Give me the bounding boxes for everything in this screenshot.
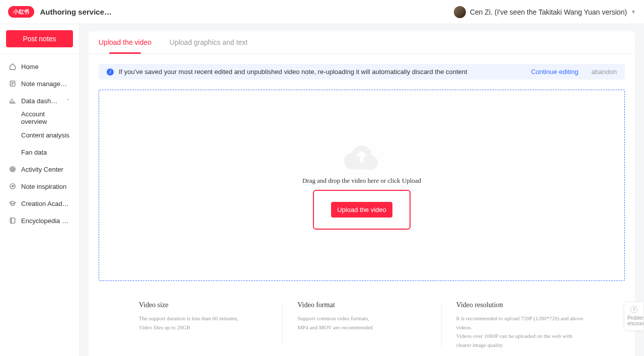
info-title: Video format	[297, 301, 426, 309]
chart-icon	[9, 97, 16, 104]
upload-video-button[interactable]: Upload the video	[331, 202, 392, 218]
main-area: Upload the video Upload graphics and tex…	[79, 24, 644, 356]
info-col-resolution: Video resolution It is recommended to up…	[446, 301, 595, 349]
post-button-wrap: Post notes	[0, 24, 79, 53]
sidebar-separator	[0, 53, 79, 54]
svg-rect-5	[10, 218, 15, 224]
upload-button-highlight: Upload the video	[313, 190, 411, 230]
sidebar-subitem-fan-data[interactable]: Fan data	[0, 144, 79, 161]
avatar	[454, 6, 466, 18]
info-line: The support duration is less than 60 min…	[139, 314, 267, 323]
info-line: MP4 and MOV are recommended	[297, 323, 426, 332]
help-float-button[interactable]: ? Problems encountered	[624, 302, 644, 331]
book-icon	[9, 217, 16, 224]
info-title: Video size	[139, 301, 267, 309]
sidebar-item-note-management[interactable]: Note management	[0, 75, 79, 92]
sidebar-item-label: Content analysis	[21, 131, 69, 139]
sidebar-item-label: Encyclopedia of c…	[21, 217, 70, 225]
alert-wrap: i If you've saved your most recent edite…	[89, 54, 635, 90]
dropzone-hint: Drag and drop the video here or click Up…	[302, 177, 421, 185]
upload-dropzone[interactable]: Drag and drop the video here or click Up…	[99, 90, 625, 281]
sidebar-item-label: Home	[21, 63, 70, 70]
help-float-line: encountered	[627, 321, 640, 326]
sidebar-item-home[interactable]: Home	[0, 58, 79, 75]
info-line: Video files up to 20GB	[139, 323, 267, 332]
sidebar-item-note-inspiration[interactable]: Note inspiration	[0, 178, 79, 195]
info-icon: i	[107, 68, 114, 76]
home-icon	[9, 63, 16, 70]
compass-icon	[9, 183, 16, 190]
sidebar: Post notes Home Note management Data das…	[0, 24, 79, 356]
content-panel: Upload the video Upload graphics and tex…	[89, 31, 635, 356]
app-title: Authoring service…	[40, 8, 112, 16]
sidebar-subitem-content-analysis[interactable]: Content analysis	[0, 126, 79, 144]
info-line: Support common video formats,	[297, 314, 426, 323]
tab-upload-video[interactable]: Upload the video	[99, 38, 151, 53]
info-columns: Video size The support duration is less …	[89, 281, 635, 356]
sidebar-item-encyclopedia[interactable]: Encyclopedia of c…	[0, 212, 79, 229]
chevron-up-icon: ⌃	[66, 98, 70, 104]
sidebar-item-label: Note management	[21, 80, 70, 88]
info-alert: i If you've saved your most recent edite…	[99, 64, 625, 80]
tab-upload-graphics[interactable]: Upload graphics and text	[170, 38, 248, 53]
sidebar-item-activity-center[interactable]: Activity Center	[0, 161, 79, 178]
user-menu[interactable]: Cen Zi. (I've seen the Takitaki Wang Yua…	[454, 6, 636, 18]
sidebar-item-label: Data dashboards	[21, 97, 61, 105]
header: 小红书 Authoring service… Cen Zi. (I've see…	[0, 0, 644, 24]
sidebar-item-label: Fan data	[21, 149, 47, 156]
logo-badge[interactable]: 小红书	[8, 6, 34, 18]
tabs: Upload the video Upload graphics and tex…	[89, 31, 635, 54]
alert-text: If you've saved your most recent edited …	[119, 68, 526, 76]
info-col-format: Video format Support common video format…	[287, 301, 436, 349]
user-name: Cen Zi. (I've seen the Takitaki Wang Yua…	[470, 8, 627, 16]
graduation-icon	[9, 200, 16, 207]
info-title: Video resolution	[456, 301, 585, 309]
sidebar-item-label: Creation Academy	[21, 200, 70, 207]
chevron-down-icon: ▼	[631, 9, 636, 15]
svg-point-3	[12, 169, 13, 169]
abandon-link[interactable]: abandon	[591, 68, 617, 76]
help-float-line: Problems	[627, 315, 640, 321]
sidebar-item-label: Note inspiration	[21, 183, 70, 190]
note-icon	[9, 80, 16, 87]
continue-editing-link[interactable]: Continue editing	[531, 68, 578, 76]
cloud-upload-icon	[342, 141, 382, 172]
info-col-size: Video size The support duration is less …	[129, 301, 277, 349]
svg-point-4	[10, 184, 16, 189]
target-icon	[9, 166, 16, 173]
sidebar-item-label: Account overview	[21, 110, 70, 125]
info-line: It is recommended to upload 720P (1280*7…	[456, 314, 585, 332]
header-left: 小红书 Authoring service…	[8, 6, 112, 18]
sidebar-item-creation-academy[interactable]: Creation Academy	[0, 195, 79, 212]
info-line: Videos over 1080P can be uploaded on the…	[456, 332, 585, 349]
sidebar-item-data-dashboards[interactable]: Data dashboards ⌃	[0, 92, 79, 109]
sidebar-subitem-account-overview[interactable]: Account overview	[0, 109, 79, 126]
question-icon: ?	[630, 306, 637, 313]
sidebar-item-label: Activity Center	[21, 166, 70, 173]
post-notes-button[interactable]: Post notes	[6, 30, 73, 47]
